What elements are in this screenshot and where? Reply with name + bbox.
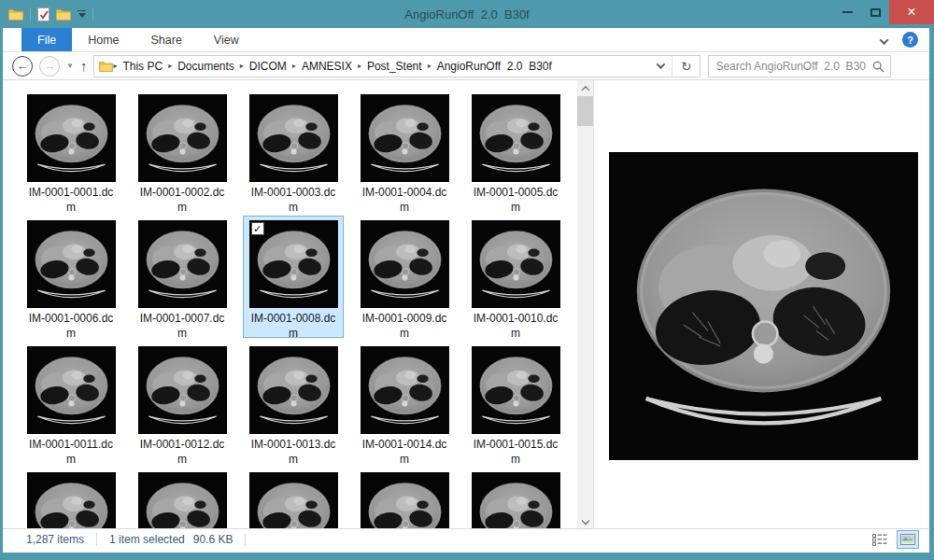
chevron-down-icon: [880, 35, 889, 45]
minimize-button[interactable]: [833, 0, 861, 24]
maximize-button[interactable]: [861, 0, 889, 24]
file-item[interactable]: IM-0001-0009.dcm: [354, 216, 455, 338]
file-name: IM-0001-0012.dcm: [138, 437, 227, 467]
selection-size: 90.6 KB: [193, 533, 234, 546]
tab-view[interactable]: View: [198, 28, 255, 51]
ct-thumbnail: [249, 346, 338, 434]
file-item[interactable]: IM-0001-0011.dcm: [21, 342, 121, 464]
file-item[interactable]: [354, 468, 455, 528]
ct-thumbnail: [472, 94, 560, 182]
scrollbar-thumb[interactable]: [577, 96, 593, 126]
file-item[interactable]: IM-0001-0002.dcm: [132, 90, 233, 212]
ct-thumbnail: [472, 220, 560, 308]
ct-thumbnail: [472, 472, 560, 528]
file-name: IM-0001-0008.dcm: [249, 311, 338, 341]
file-name: IM-0001-0003.dcm: [249, 185, 338, 215]
file-name: IM-0001-0006.dcm: [27, 311, 116, 341]
checkbox-icon[interactable]: ✓: [251, 222, 264, 235]
file-name: IM-0001-0015.dcm: [472, 437, 560, 467]
file-item[interactable]: IM-0001-0005.dcm: [465, 90, 566, 212]
file-item[interactable]: IM-0001-0010.dcm: [465, 216, 566, 338]
new-folder-icon[interactable]: [56, 8, 71, 21]
breadcrumb-dicom[interactable]: DICOM: [244, 60, 292, 73]
address-bar[interactable]: ▸ This PC ▸ Documents ▸ DICOM ▸ AMNESIX …: [93, 55, 700, 77]
minimize-icon: [842, 11, 853, 13]
file-item[interactable]: [132, 468, 233, 528]
search-box: [708, 55, 891, 77]
chevron-up-icon: [581, 86, 588, 93]
breadcrumb-amnesix[interactable]: AMNESIX: [296, 60, 358, 73]
file-name: IM-0001-0014.dcm: [361, 437, 449, 467]
customize-qat-dropdown-icon[interactable]: [78, 10, 86, 19]
content-area: IM-0001-0001.dcmIM-0001-0002.dcmIM-0001-…: [3, 80, 929, 528]
file-item[interactable]: IM-0001-0001.dcm: [21, 90, 121, 212]
up-button[interactable]: ↑: [80, 58, 88, 74]
file-item[interactable]: [21, 468, 121, 528]
items-count: 1,287 items: [26, 533, 84, 546]
file-item[interactable]: IM-0001-0003.dcm: [243, 90, 344, 212]
vertical-scrollbar[interactable]: [577, 80, 593, 528]
ct-thumbnail: [472, 346, 560, 434]
scroll-up-button[interactable]: [577, 80, 593, 96]
breadcrumb-current-folder[interactable]: AngioRunOff 2.0 B30f: [432, 60, 558, 73]
ct-thumbnail: [27, 472, 116, 528]
explorer-window: AngioRunOff 2.0 B30f × File Home Share V…: [0, 0, 934, 560]
scroll-down-button[interactable]: [577, 512, 593, 528]
file-item[interactable]: IM-0001-0014.dcm: [354, 342, 455, 464]
tab-share[interactable]: Share: [135, 28, 198, 51]
file-item[interactable]: [243, 468, 344, 528]
window-controls: ×: [833, 0, 934, 24]
large-icons-view-button[interactable]: [897, 530, 919, 549]
file-item[interactable]: IM-0001-0013.dcm: [243, 342, 344, 464]
file-item[interactable]: IM-0001-0007.dcm: [132, 216, 233, 338]
file-name: IM-0001-0011.dcm: [27, 437, 116, 467]
close-button[interactable]: ×: [889, 0, 934, 24]
ct-thumbnail: [27, 346, 116, 434]
maximize-icon: [870, 8, 881, 17]
ct-thumbnail: [361, 472, 449, 528]
forward-button[interactable]: →: [39, 56, 60, 77]
refresh-button[interactable]: ↻: [672, 56, 700, 77]
details-view-icon: [872, 534, 887, 546]
tab-file[interactable]: File: [21, 28, 72, 51]
statusbar-separator: [96, 533, 97, 546]
breadcrumb-post-stent[interactable]: Post_Stent: [361, 60, 428, 73]
back-button[interactable]: ←: [12, 56, 33, 77]
file-item[interactable]: ✓IM-0001-0008.dcm: [243, 216, 344, 338]
file-item[interactable]: IM-0001-0012.dcm: [132, 342, 233, 464]
chevron-down-icon: [656, 60, 665, 69]
file-name: IM-0001-0009.dcm: [361, 311, 449, 341]
preview-pane: [593, 80, 929, 528]
breadcrumb-documents[interactable]: Documents: [172, 60, 240, 73]
file-item[interactable]: IM-0001-0006.dcm: [21, 216, 121, 338]
qat-separator: [30, 7, 31, 21]
ct-thumbnail: [27, 94, 116, 182]
recent-locations-dropdown-icon[interactable]: ▼: [66, 62, 74, 70]
file-name: IM-0001-0001.dcm: [27, 185, 116, 215]
ct-thumbnail: ✓: [249, 220, 338, 308]
ct-thumbnail: [138, 346, 227, 434]
file-name: IM-0001-0007.dcm: [138, 311, 227, 341]
properties-icon[interactable]: [37, 7, 50, 21]
file-item[interactable]: [465, 468, 566, 528]
file-grid: IM-0001-0001.dcmIM-0001-0002.dcmIM-0001-…: [3, 80, 577, 528]
address-dropdown-button[interactable]: [649, 56, 672, 77]
details-view-button[interactable]: [870, 531, 890, 548]
qat-separator: [92, 7, 93, 21]
app-folder-icon[interactable]: [8, 8, 23, 21]
tab-home[interactable]: Home: [72, 28, 134, 51]
navigation-toolbar: ← → ▼ ↑ ▸ This PC ▸ Documents ▸ DICOM ▸ …: [3, 52, 929, 80]
ct-thumbnail: [138, 220, 227, 308]
folder-icon: [99, 61, 113, 72]
ribbon-tabs: File Home Share View ?: [3, 28, 929, 52]
breadcrumb-this-pc[interactable]: This PC: [117, 60, 168, 73]
expand-ribbon-button[interactable]: [881, 32, 887, 49]
ct-thumbnail: [361, 346, 449, 434]
ct-thumbnail: [249, 472, 338, 528]
quick-access-toolbar: [0, 0, 93, 28]
search-input[interactable]: [708, 55, 891, 77]
ct-thumbnail: [138, 472, 227, 528]
file-item[interactable]: IM-0001-0004.dcm: [354, 90, 455, 212]
help-button[interactable]: ?: [902, 32, 918, 48]
file-item[interactable]: IM-0001-0015.dcm: [465, 342, 566, 464]
